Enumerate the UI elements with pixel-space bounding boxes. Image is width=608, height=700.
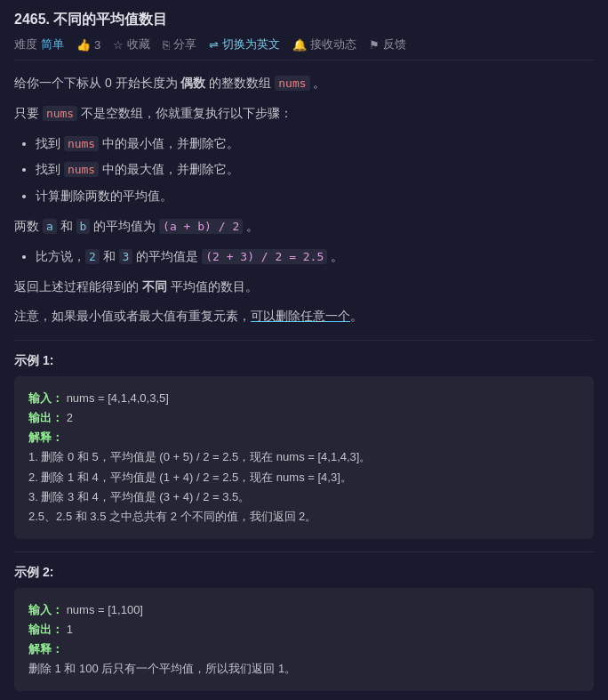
share-item[interactable]: ⎘ 分享 bbox=[163, 36, 196, 52]
example1-title: 示例 1: bbox=[14, 353, 594, 369]
collect-item[interactable]: ☆ 收藏 bbox=[113, 36, 150, 52]
animate-label: 接收动态 bbox=[310, 36, 356, 52]
example2-explain-lines: 删除 1 和 100 后只有一个平均值，所以我们返回 1。 bbox=[28, 659, 580, 679]
difficulty-item[interactable]: 难度 简单 bbox=[14, 36, 64, 52]
description-para4: 返回上述过程能得到的 不同 平均值的数目。 bbox=[14, 277, 594, 298]
example2-output-value: 1 bbox=[67, 623, 73, 636]
likes-item[interactable]: 👍 3 bbox=[76, 38, 100, 52]
description-para1: 给你一个下标从 0 开始长度为 偶数 的整数数组 nums 。 bbox=[14, 73, 594, 94]
example1-input-value: nums = [4,1,4,0,3,5] bbox=[67, 391, 169, 405]
star-icon: ☆ bbox=[113, 38, 124, 52]
animate-item[interactable]: 🔔 接收动态 bbox=[292, 36, 356, 52]
example1-explain: 解释： bbox=[28, 428, 580, 447]
feedback-label: 反馈 bbox=[383, 36, 406, 52]
bell-icon: 🔔 bbox=[292, 38, 307, 52]
page-container: 2465. 不同的平均值数目 难度 简单 👍 3 ☆ 收藏 ⎘ 分享 ⇌ 切换为… bbox=[0, 0, 608, 700]
example2-title: 示例 2: bbox=[14, 565, 594, 581]
example2-input: 输入： nums = [1,100] bbox=[28, 600, 580, 620]
collect-label: 收藏 bbox=[127, 36, 150, 52]
divider-2 bbox=[14, 551, 594, 552]
difficulty-badge: 简单 bbox=[41, 36, 64, 52]
example-bullet-item: 比方说，2 和 3 的平均值是 (2 + 3) / 2 = 2.5 。 bbox=[36, 246, 594, 268]
toolbar: 难度 简单 👍 3 ☆ 收藏 ⎘ 分享 ⇌ 切换为英文 🔔 接收动态 ⚑ 反馈 bbox=[14, 36, 594, 60]
example1-explain-lines: 1. 删除 0 和 5，平均值是 (0 + 5) / 2 = 2.5，现在 nu… bbox=[28, 447, 580, 526]
example-bullet: 比方说，2 和 3 的平均值是 (2 + 3) / 2 = 2.5 。 bbox=[14, 246, 594, 268]
example2-input-value: nums = [1,100] bbox=[67, 603, 143, 616]
problem-title: 2465. 不同的平均值数目 bbox=[14, 11, 167, 29]
description-para5: 注意，如果最小值或者最大值有重复元素，可以删除任意一个。 bbox=[14, 306, 594, 327]
thumb-up-icon: 👍 bbox=[76, 38, 91, 52]
steps-list: 找到 nums 中的最小值，并删除它。 找到 nums 中的最大值，并删除它。 … bbox=[14, 133, 594, 207]
example2-explain: 解释： bbox=[28, 640, 580, 659]
description-para2: 只要 nums 不是空数组，你就重复执行以下步骤： bbox=[14, 103, 594, 125]
example1-input: 输入： nums = [4,1,4,0,3,5] bbox=[28, 389, 580, 408]
difficulty-label: 难度 bbox=[14, 36, 37, 52]
share-icon: ⎘ bbox=[163, 38, 170, 52]
feedback-icon: ⚑ bbox=[369, 38, 380, 52]
description-para3: 两数 a 和 b 的平均值为 (a + b) / 2 。 bbox=[14, 216, 594, 237]
step-3: 计算删除两数的平均值。 bbox=[36, 186, 594, 207]
example1-output-value: 2 bbox=[67, 411, 73, 424]
step-1: 找到 nums 中的最小值，并删除它。 bbox=[36, 133, 594, 155]
step-2: 找到 nums 中的最大值，并删除它。 bbox=[36, 159, 594, 181]
feedback-item[interactable]: ⚑ 反馈 bbox=[369, 36, 406, 52]
switch-lang-label: 切换为英文 bbox=[222, 36, 280, 52]
likes-count: 3 bbox=[94, 38, 100, 52]
lang-icon: ⇌ bbox=[209, 38, 219, 52]
title-row: 2465. 不同的平均值数目 bbox=[14, 11, 594, 29]
switch-lang-item[interactable]: ⇌ 切换为英文 bbox=[209, 36, 280, 52]
divider-1 bbox=[14, 340, 594, 341]
example1-box: 输入： nums = [4,1,4,0,3,5] 输出： 2 解释： 1. 删除… bbox=[14, 376, 594, 539]
example2-output: 输出： 1 bbox=[28, 620, 580, 640]
example2-box: 输入： nums = [1,100] 输出： 1 解释： 删除 1 和 100 … bbox=[14, 588, 594, 691]
share-label: 分享 bbox=[173, 36, 196, 52]
example1-output: 输出： 2 bbox=[28, 408, 580, 428]
